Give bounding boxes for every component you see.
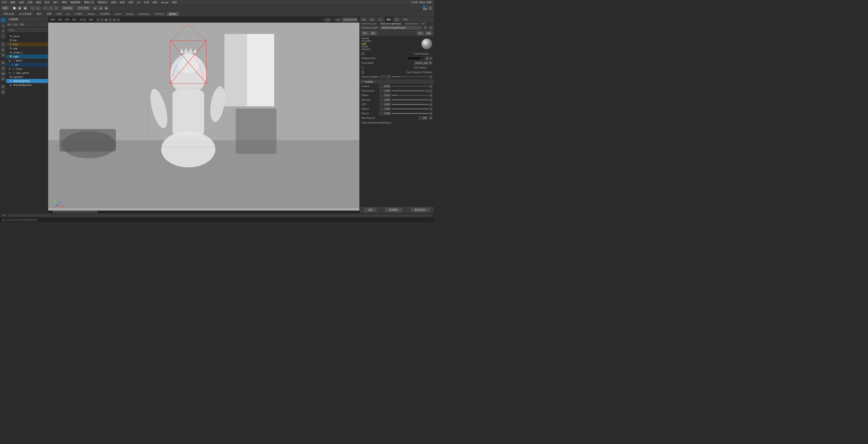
visibility-section-header[interactable]: ▼ Visibility bbox=[360, 79, 434, 84]
shadow-color-connect[interactable]: ◈ bbox=[430, 57, 432, 60]
volume-samples-connect[interactable]: ◈ bbox=[430, 76, 432, 78]
vp-panel-btn[interactable]: 面板 bbox=[88, 18, 94, 22]
tree-item-front[interactable]: 📷 front bbox=[6, 42, 48, 47]
menu-generate[interactable]: 生成 bbox=[144, 1, 149, 4]
workspace-selector[interactable]: 建模 bbox=[1, 6, 9, 10]
tree-item-nvxia[interactable]: ▶ ⬡ nvxia bbox=[6, 67, 48, 71]
node-tab-skydome-shape1[interactable]: aiSkyDomeLightShape1 bbox=[379, 23, 403, 25]
preset-btn[interactable]: 预设 bbox=[370, 31, 377, 35]
viewport-content[interactable]: X Y Z bbox=[48, 23, 360, 213]
stop-render-icon[interactable]: ⏹ bbox=[104, 6, 108, 10]
rpanel-tab-focus[interactable]: 关注 bbox=[376, 17, 385, 22]
rotate-tool-btn[interactable]: ↻ bbox=[1, 29, 6, 33]
tree-item-side[interactable]: 📷 side bbox=[6, 47, 48, 51]
menu-help[interactable]: 帮助 bbox=[172, 1, 177, 4]
specular-connect[interactable]: ◈ bbox=[430, 99, 432, 101]
menu-edit-mesh[interactable]: 编辑网格 bbox=[70, 1, 81, 4]
indirect-input[interactable] bbox=[379, 107, 391, 111]
color-space-selector[interactable]: sRGB gamma bbox=[342, 18, 358, 22]
paint-tool-btn[interactable]: 🖌 bbox=[1, 47, 6, 52]
open-file-icon[interactable]: 📂 bbox=[18, 6, 22, 10]
display-btn[interactable]: 显示 bbox=[417, 31, 424, 35]
login-btn[interactable]: 👤 登录 bbox=[423, 6, 427, 10]
vp-select-mode[interactable]: ↖ bbox=[96, 18, 100, 22]
menu-deform[interactable]: 变形 bbox=[128, 1, 133, 4]
hide-btn[interactable]: 隐藏 bbox=[425, 31, 432, 35]
show-btn[interactable]: 显示 bbox=[362, 31, 369, 35]
vp-view-btn[interactable]: 视图 bbox=[50, 18, 56, 22]
tab-poly-model[interactable]: 多边形建模 bbox=[17, 12, 34, 16]
menu-mesh-tools[interactable]: 网格工具 bbox=[84, 1, 94, 4]
select-btn[interactable]: 选择 bbox=[364, 208, 376, 212]
menu-select[interactable]: 选择 bbox=[28, 1, 33, 4]
viewport-hscroll-thumb[interactable] bbox=[53, 211, 98, 213]
sss-row[interactable]: SSS ◈ bbox=[360, 102, 434, 107]
aov-indirect-checkbox[interactable]: □ bbox=[362, 66, 364, 69]
snap-to-surface-btn[interactable]: ⊟ bbox=[1, 77, 6, 82]
diffuse-slider[interactable] bbox=[392, 95, 429, 96]
indirect-connect[interactable]: ◈ bbox=[430, 108, 432, 110]
transmission-input[interactable] bbox=[379, 89, 391, 92]
tree-item-light[interactable]: 💡 Light bbox=[6, 55, 48, 59]
max-bounces-expand[interactable]: ⤢ bbox=[430, 117, 432, 119]
transmission-row[interactable]: Transmission ◈ ◈ bbox=[360, 89, 434, 93]
tab-mash[interactable]: MASH bbox=[86, 12, 97, 16]
show-manipulator-btn[interactable]: ⊕ bbox=[1, 53, 6, 57]
snap-to-curve-btn[interactable]: ⊡ bbox=[1, 66, 6, 70]
transmission-slider[interactable] bbox=[392, 90, 425, 91]
soft-select-btn[interactable]: ◎ bbox=[1, 41, 6, 47]
render-icon[interactable]: ▶ bbox=[93, 6, 98, 10]
vp-wire-mode[interactable]: ◻ bbox=[108, 18, 112, 22]
undo-icon[interactable]: ↩ bbox=[30, 6, 35, 10]
menu-window[interactable]: 窗口 bbox=[53, 1, 58, 4]
align-btn[interactable]: 对齐: 禁用 bbox=[76, 6, 90, 10]
outliner-help-btn[interactable]: 帮助 bbox=[20, 23, 24, 26]
volume-slider[interactable] bbox=[392, 113, 429, 114]
tab-fx[interactable]: FX bbox=[64, 12, 72, 16]
menu-create[interactable]: 创建 bbox=[19, 1, 24, 4]
outliner-btn[interactable]: ☰ bbox=[1, 90, 6, 94]
tree-item-top[interactable]: 📷 top bbox=[6, 38, 48, 42]
rpanel-tab-list[interactable]: 列表 bbox=[360, 17, 368, 22]
cast-shadows-checkbox[interactable]: ✓ bbox=[362, 53, 364, 55]
cast-shadows-row[interactable]: ✓ Cast Shadows bbox=[360, 52, 434, 56]
menu-display[interactable]: 显示 bbox=[45, 1, 50, 4]
portal-mode-select[interactable]: interior_only bbox=[414, 61, 432, 65]
settings-icon[interactable]: ⚙ bbox=[428, 6, 433, 10]
snap-to-grid-btn[interactable]: ⊞ bbox=[1, 60, 6, 65]
cast-vol-shadows-row[interactable]: ✓ Cast Volumetric Shadows bbox=[360, 70, 434, 75]
tree-item-persp[interactable]: 📷 persp bbox=[6, 34, 48, 38]
vp-display-btn[interactable]: 显示 bbox=[71, 18, 78, 22]
menu-file[interactable]: 文件 bbox=[2, 1, 7, 4]
menu-surfaces[interactable]: 曲面 bbox=[120, 1, 125, 4]
vp-move-mode[interactable]: ✛ bbox=[100, 18, 104, 22]
tree-item-left[interactable]: ⬡ left bbox=[6, 63, 48, 67]
specular-input[interactable] bbox=[379, 98, 391, 101]
tree-item-default-object-set[interactable]: ◉ defaultObjectSet bbox=[6, 83, 48, 87]
render-settings-btn[interactable]: ⚙ bbox=[1, 84, 6, 89]
vp-shading-mode[interactable]: ◼ bbox=[104, 18, 108, 22]
node-name-input[interactable] bbox=[380, 26, 421, 29]
diffuse-input[interactable] bbox=[379, 94, 391, 97]
tree-item-default-light-set[interactable]: ◉ defaultLightSet bbox=[6, 79, 48, 83]
smooth-mesh-btn[interactable]: 激活曲面 bbox=[61, 6, 74, 10]
mel-input[interactable] bbox=[8, 214, 432, 217]
tab-curves-surfaces[interactable]: 曲线/曲面 bbox=[1, 12, 17, 16]
menu-mesh-display[interactable]: 网格显示 bbox=[98, 1, 107, 4]
snap-to-point-btn[interactable]: ⊠ bbox=[1, 71, 6, 76]
indirect-slider[interactable] bbox=[392, 109, 429, 109]
tab-anim[interactable]: 动画 bbox=[54, 12, 64, 16]
specular-slider[interactable] bbox=[392, 99, 429, 100]
vp-texture-mode[interactable]: ⊞ bbox=[112, 18, 116, 22]
specular-row[interactable]: Specular ◈ bbox=[360, 98, 434, 102]
tree-item-camera1[interactable]: 📷 camera1 bbox=[6, 75, 48, 79]
menu-modify[interactable]: 修改 bbox=[36, 1, 41, 4]
tab-fx-cache[interactable]: FX缓存 bbox=[72, 12, 85, 16]
max-bounces-row[interactable]: Max Bounces ⤢ bbox=[360, 116, 434, 120]
node-expand-btn2[interactable]: ⤢ bbox=[430, 26, 432, 29]
aov-indirect-row[interactable]: □ AOV Indirect bbox=[360, 66, 434, 70]
rpanel-tab-help[interactable]: 帮助 bbox=[401, 17, 410, 22]
node-tab-file6[interactable]: file6 bbox=[420, 23, 427, 25]
menu-curves[interactable]: 曲线 bbox=[111, 1, 116, 4]
move-tool-btn[interactable]: ✛ bbox=[1, 23, 6, 28]
